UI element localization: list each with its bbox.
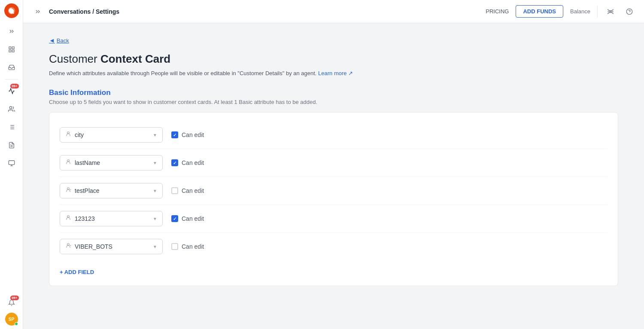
sidebar-divider (5, 79, 18, 79)
field-label-field-3: testPlace (75, 187, 149, 194)
reports-badge: 99+ (10, 84, 19, 88)
field-row-5: VIBER_BOTS ▼ Can edit (60, 233, 608, 260)
app-logo[interactable] (4, 3, 19, 18)
sidebar-item-expand[interactable] (3, 23, 20, 40)
svg-rect-4 (12, 50, 14, 52)
sidebar-bottom: 99+ SP (3, 295, 20, 326)
can-edit-label-field-1: Can edit (182, 131, 204, 138)
topbar: Conversations / Settings PRICING ADD FUN… (23, 0, 644, 23)
page-title-plain: Customer (49, 52, 100, 65)
can-edit-label-field-4: Can edit (182, 215, 204, 222)
field-chevron-field-3: ▼ (153, 189, 157, 193)
svg-rect-1 (9, 47, 11, 49)
field-row-2: lastName ▼ Can edit (60, 149, 608, 177)
learn-more-link[interactable]: Learn more ↗ (318, 70, 353, 76)
can-edit-label-field-3: Can edit (182, 187, 204, 194)
back-link[interactable]: ◄ Back (49, 37, 618, 44)
back-label: Back (57, 37, 69, 44)
svg-point-19 (67, 132, 70, 134)
can-edit-wrapper-field-1: Can edit (171, 131, 204, 138)
page-title: Customer Context Card (49, 52, 618, 66)
page-title-bold: Context Card (100, 52, 170, 65)
sidebar-item-reports[interactable]: 99+ (3, 83, 20, 99)
field-row-3: testPlace ▼ Can edit (60, 177, 608, 205)
help-icon[interactable] (623, 6, 635, 18)
breadcrumb-current: Settings (96, 8, 119, 15)
field-select-field-3[interactable]: testPlace ▼ (60, 183, 163, 198)
sidebar-item-conversations[interactable] (3, 41, 20, 58)
sidebar-item-agents[interactable] (3, 101, 20, 117)
field-label-field-2: lastName (75, 159, 149, 166)
breadcrumb-prefix: Conversations / (49, 8, 96, 15)
field-icon-field-2 (65, 159, 71, 167)
sidebar: 99+ 99+ SP (0, 0, 23, 329)
add-field-button[interactable]: + ADD FIELD (60, 267, 94, 277)
field-label-field-4: 123123 (75, 215, 149, 222)
balance-label: Balance (570, 8, 590, 15)
sidebar-item-integrations[interactable] (3, 155, 20, 171)
field-row-1: city ▼ Can edit (60, 121, 608, 149)
can-edit-checkbox-field-1[interactable] (171, 131, 178, 138)
topbar-divider (597, 6, 598, 18)
svg-rect-2 (12, 47, 14, 49)
can-edit-checkbox-field-2[interactable] (171, 159, 178, 166)
topbar-actions: PRICING ADD FUNDS Balance (486, 5, 635, 18)
field-icon-field-1 (65, 131, 71, 139)
can-edit-wrapper-field-4: Can edit (171, 215, 204, 222)
can-edit-wrapper-field-5: Can edit (171, 243, 204, 250)
svg-rect-14 (9, 161, 14, 164)
add-funds-button[interactable]: ADD FUNDS (516, 5, 563, 18)
fields-card: city ▼ Can edit lastName ▼ Can edit test… (49, 112, 618, 286)
main-area: Conversations / Settings PRICING ADD FUN… (23, 0, 644, 329)
can-edit-wrapper-field-2: Can edit (171, 159, 204, 166)
field-chevron-field-5: ▼ (153, 244, 157, 249)
field-chevron-field-2: ▼ (153, 161, 157, 165)
section-subtitle: Choose up to 5 fields you want to show i… (49, 99, 618, 105)
content-area: ◄ Back Customer Context Card Define whic… (23, 23, 644, 329)
notifications-badge: 99+ (10, 295, 19, 300)
field-rows: city ▼ Can edit lastName ▼ Can edit test… (60, 121, 608, 260)
field-icon-field-5 (65, 243, 71, 250)
field-icon-field-3 (65, 187, 71, 195)
field-label-field-5: VIBER_BOTS (75, 243, 149, 250)
field-select-field-5[interactable]: VIBER_BOTS ▼ (60, 239, 163, 254)
can-edit-checkbox-field-3[interactable] (171, 187, 178, 194)
field-chevron-field-4: ▼ (153, 216, 157, 221)
breadcrumb: Conversations / Settings (49, 8, 480, 15)
svg-point-23 (67, 216, 70, 218)
pricing-link[interactable]: PRICING (486, 8, 509, 15)
field-row-4: 123123 ▼ Can edit (60, 205, 608, 233)
sidebar-item-inbox[interactable] (3, 59, 20, 76)
can-edit-label-field-2: Can edit (182, 159, 204, 166)
page-desc-text: Define which attributes available throug… (49, 70, 316, 76)
can-edit-checkbox-field-4[interactable] (171, 215, 178, 222)
announcements-icon[interactable] (605, 6, 617, 18)
field-label-field-1: city (75, 131, 149, 138)
svg-point-21 (67, 188, 70, 190)
section-title: Basic Information (49, 88, 618, 97)
online-indicator (15, 322, 18, 326)
can-edit-label-field-5: Can edit (182, 243, 204, 250)
field-select-field-1[interactable]: city ▼ (60, 127, 163, 143)
back-arrow-icon: ◄ (49, 37, 55, 44)
field-chevron-field-1: ▼ (153, 133, 157, 137)
avatar[interactable]: SP (5, 313, 18, 326)
sidebar-item-audit[interactable] (3, 137, 20, 153)
can-edit-wrapper-field-3: Can edit (171, 187, 204, 194)
svg-point-5 (9, 107, 12, 109)
field-select-field-2[interactable]: lastName ▼ (60, 155, 163, 171)
can-edit-checkbox-field-5[interactable] (171, 243, 178, 250)
expand-button[interactable] (32, 6, 44, 18)
svg-point-20 (67, 160, 70, 162)
field-select-field-4[interactable]: 123123 ▼ (60, 211, 163, 226)
svg-rect-3 (9, 50, 11, 52)
field-icon-field-4 (65, 215, 71, 222)
page-description: Define which attributes available throug… (49, 70, 618, 76)
svg-point-24 (67, 244, 70, 246)
sidebar-item-list[interactable] (3, 119, 20, 135)
sidebar-item-notifications[interactable]: 99+ (3, 295, 20, 311)
